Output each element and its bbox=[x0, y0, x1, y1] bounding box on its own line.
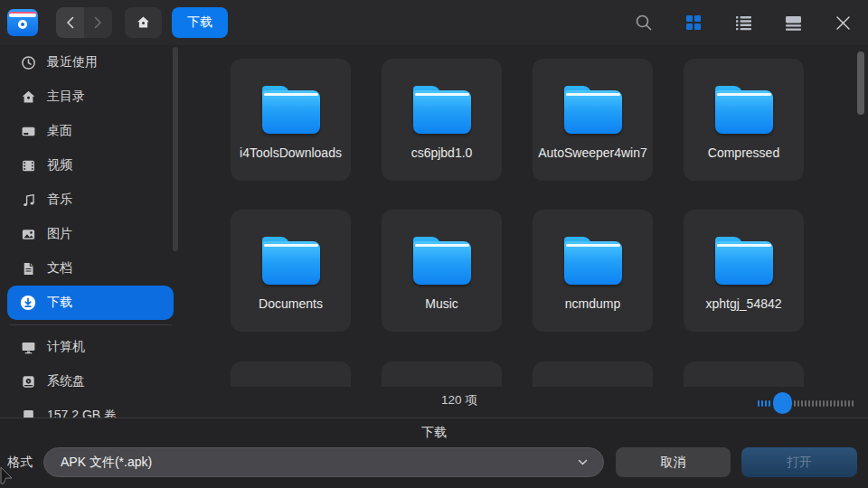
folder-tile[interactable]: i4ToolsDownloads bbox=[231, 59, 351, 181]
home-icon bbox=[136, 15, 151, 30]
sidebar-item-home[interactable]: 主目录 bbox=[7, 80, 174, 114]
clock-icon bbox=[20, 54, 36, 70]
cancel-button[interactable]: 取消 bbox=[616, 447, 731, 477]
sidebar-item-label: 主目录 bbox=[47, 89, 85, 105]
detail-view-icon bbox=[785, 15, 802, 31]
list-view-icon bbox=[735, 15, 752, 31]
title-bar: 下载 bbox=[0, 0, 868, 45]
folder-tile[interactable]: xphtgj_54842 bbox=[684, 210, 804, 332]
folder-grid: i4ToolsDownloads cs6pjbd1.0 AutoSweeper4… bbox=[181, 45, 868, 387]
download-icon bbox=[20, 295, 36, 311]
folder-tile[interactable]: AutoSweeper4win7 bbox=[533, 59, 653, 181]
folder-icon bbox=[413, 86, 471, 134]
breadcrumb-current-folder[interactable]: 下载 bbox=[172, 7, 228, 38]
sidebar-item-music[interactable]: 音乐 bbox=[7, 183, 174, 217]
folder-name: Music bbox=[420, 296, 464, 313]
status-bar: 120 项 bbox=[181, 387, 868, 418]
home-button[interactable] bbox=[125, 7, 162, 38]
sidebar-item-videos[interactable]: 视频 bbox=[7, 148, 174, 183]
folder-name: AutoSweeper4win7 bbox=[533, 145, 653, 162]
desktop-icon bbox=[20, 123, 36, 139]
sidebar-item-label: 下载 bbox=[47, 295, 72, 311]
dialog-title: 下载 bbox=[0, 425, 868, 441]
sidebar-item-label: 计算机 bbox=[47, 339, 85, 355]
folder-name: Compressed bbox=[703, 145, 785, 162]
folder-icon bbox=[413, 237, 471, 285]
file-format-value: APK 文件(*.apk) bbox=[61, 455, 152, 471]
sidebar-item-label: 桌面 bbox=[47, 123, 72, 139]
volume-icon bbox=[20, 408, 36, 418]
back-button[interactable] bbox=[56, 7, 84, 38]
file-manager-app-icon bbox=[7, 9, 38, 36]
system-disk-icon bbox=[20, 373, 36, 389]
file-dialog-window: 下载 最近使用 bbox=[0, 0, 868, 488]
forward-button[interactable] bbox=[84, 7, 112, 38]
sidebar-item-system-disk[interactable]: 系统盘 bbox=[7, 364, 174, 399]
close-window-button[interactable] bbox=[828, 8, 857, 37]
sidebar-item-label: 音乐 bbox=[47, 192, 72, 208]
search-icon bbox=[635, 14, 653, 32]
chevron-down-icon bbox=[577, 456, 589, 471]
list-view-button[interactable] bbox=[729, 8, 758, 37]
file-view-scrollbar-thumb[interactable] bbox=[857, 52, 864, 115]
icon-size-slider[interactable] bbox=[758, 392, 855, 414]
sidebar-item-label: 157.2 GB 卷 bbox=[47, 408, 117, 418]
app-icon-knob bbox=[18, 20, 27, 29]
folder-icon bbox=[262, 86, 320, 134]
app-icon-stripe bbox=[9, 14, 36, 17]
sidebar-item-volume[interactable]: 157.2 GB 卷 bbox=[7, 399, 174, 418]
search-button[interactable] bbox=[629, 8, 658, 37]
sidebar-item-desktop[interactable]: 桌面 bbox=[7, 114, 174, 148]
sidebar-item-label: 文档 bbox=[47, 260, 72, 277]
folder-tile[interactable]: cs6pjbd1.0 bbox=[382, 59, 502, 181]
sidebar-scrollbar-thumb[interactable] bbox=[173, 47, 178, 251]
folder-tile-partial[interactable] bbox=[684, 361, 804, 387]
sidebar-item-recent[interactable]: 最近使用 bbox=[7, 45, 174, 80]
folder-icon bbox=[564, 237, 622, 285]
sidebar-item-pictures[interactable]: 图片 bbox=[7, 217, 174, 251]
folder-tile[interactable]: Music bbox=[382, 210, 502, 332]
mouse-cursor bbox=[0, 466, 14, 488]
folder-icon bbox=[715, 237, 773, 285]
file-view: i4ToolsDownloads cs6pjbd1.0 AutoSweeper4… bbox=[181, 45, 868, 418]
video-icon bbox=[20, 157, 36, 174]
sidebar-item-documents[interactable]: 文档 bbox=[7, 251, 174, 286]
slider-thumb[interactable] bbox=[773, 392, 792, 414]
folder-tile[interactable]: Compressed bbox=[684, 59, 804, 181]
file-format-select[interactable]: APK 文件(*.apk) bbox=[43, 447, 604, 477]
grid-view-icon bbox=[685, 14, 702, 31]
folder-icon bbox=[715, 86, 773, 134]
sidebar-item-label: 图片 bbox=[47, 226, 72, 242]
titlebar-actions bbox=[629, 8, 857, 37]
dialog-footer: 下载 格式 APK 文件(*.apk) 取消 打开 bbox=[0, 418, 868, 488]
open-button[interactable]: 打开 bbox=[741, 447, 857, 477]
dialog-body: 最近使用 主目录 桌面 视频 音乐 图片 bbox=[0, 45, 868, 418]
folder-name: Documents bbox=[253, 296, 328, 313]
item-count-label: 120 项 bbox=[441, 392, 477, 408]
sidebar-item-computer[interactable]: 计算机 bbox=[7, 330, 174, 364]
document-icon bbox=[20, 260, 36, 277]
folder-tile-partial[interactable] bbox=[382, 361, 502, 387]
image-icon bbox=[20, 226, 36, 242]
sidebar: 最近使用 主目录 桌面 视频 音乐 图片 bbox=[0, 45, 181, 418]
music-icon bbox=[20, 192, 36, 208]
close-icon bbox=[835, 15, 851, 31]
folder-icon bbox=[262, 237, 320, 285]
folder-tile-partial[interactable] bbox=[533, 361, 653, 387]
detail-view-button[interactable] bbox=[778, 8, 807, 37]
folder-tile[interactable]: Documents bbox=[231, 210, 351, 332]
grid-view-button[interactable] bbox=[679, 8, 708, 37]
sidebar-item-label: 系统盘 bbox=[47, 373, 85, 389]
folder-name: xphtgj_54842 bbox=[700, 296, 787, 313]
sidebar-separator bbox=[9, 324, 172, 325]
folder-tile-partial[interactable] bbox=[231, 361, 351, 387]
chevron-left-icon bbox=[66, 16, 74, 29]
nav-button-group bbox=[56, 7, 112, 38]
sidebar-item-downloads[interactable]: 下载 bbox=[7, 286, 174, 320]
footer-controls: 格式 APK 文件(*.apk) 取消 打开 bbox=[0, 447, 868, 477]
computer-icon bbox=[20, 339, 36, 355]
folder-tile[interactable]: ncmdump bbox=[533, 210, 653, 332]
folder-icon bbox=[564, 86, 622, 134]
folder-name: ncmdump bbox=[560, 296, 626, 313]
folder-name: i4ToolsDownloads bbox=[234, 145, 347, 162]
